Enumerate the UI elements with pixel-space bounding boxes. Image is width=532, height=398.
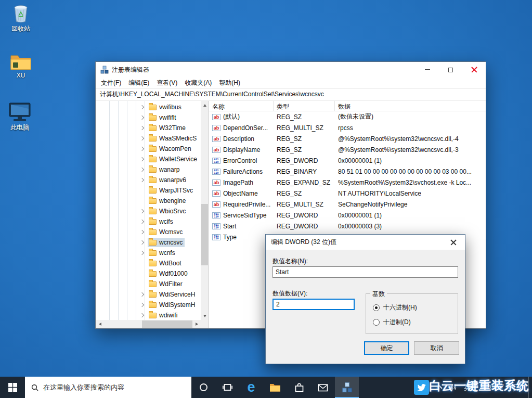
vertical-scroll-thumb[interactable] bbox=[201, 204, 208, 265]
list-row[interactable]: abRequiredPrivile...REG_MULTI_SZSeChange… bbox=[209, 199, 486, 210]
tree-item[interactable]: Wcmsvc bbox=[96, 227, 201, 237]
edge-button[interactable]: e bbox=[239, 377, 263, 398]
tree-node[interactable]: wdiwifi bbox=[148, 311, 179, 320]
menu-item[interactable]: 编辑(E) bbox=[125, 78, 153, 88]
tree-item[interactable]: wanarpv6 bbox=[96, 175, 201, 185]
tree-node[interactable]: WarpJITSvc bbox=[148, 186, 195, 195]
tree-item[interactable]: WalletService bbox=[96, 154, 201, 164]
menu-item[interactable]: 查看(V) bbox=[153, 78, 181, 88]
desktop-icon-this-pc[interactable]: 此电脑 bbox=[3, 102, 36, 131]
chevron-right-icon[interactable] bbox=[140, 105, 144, 109]
tree-item[interactable]: wbengine bbox=[96, 196, 201, 206]
chevron-right-icon[interactable] bbox=[140, 157, 144, 161]
column-header[interactable]: 数据 bbox=[335, 101, 486, 111]
tree-item[interactable]: W32Time bbox=[96, 123, 201, 133]
tree-node[interactable]: wcnfs bbox=[148, 248, 177, 258]
tree-node[interactable]: vwifibus bbox=[148, 102, 184, 112]
list-row[interactable]: ab(默认)REG_SZ(数值未设置) bbox=[209, 111, 486, 122]
tree-item[interactable]: wanarp bbox=[96, 164, 201, 175]
maximize-button[interactable] bbox=[439, 62, 462, 78]
ok-button[interactable]: 确定 bbox=[364, 341, 409, 355]
chevron-right-icon[interactable] bbox=[140, 126, 144, 130]
list-row[interactable]: abObjectNameREG_SZNT AUTHORITY\LocalServ… bbox=[209, 188, 486, 199]
tree-item[interactable]: WbioSrvc bbox=[96, 206, 201, 216]
tree-node[interactable]: WdBoot bbox=[148, 259, 184, 268]
store-button[interactable] bbox=[287, 377, 311, 398]
tree-node[interactable]: WdiServiceH bbox=[148, 290, 197, 299]
tree-node[interactable]: WbioSrvc bbox=[148, 207, 188, 216]
taskbar-search[interactable]: 在这里输入你要搜索的内容 bbox=[25, 377, 191, 398]
value-name-input[interactable] bbox=[273, 266, 458, 278]
desktop-icon-xu-folder[interactable]: XU bbox=[4, 53, 37, 79]
tree-item[interactable]: vwififlt bbox=[96, 112, 201, 123]
column-header[interactable]: 名称 bbox=[209, 101, 274, 111]
list-row[interactable]: 011 110StartREG_DWORD0x00000003 (3) bbox=[209, 221, 486, 232]
mail-button[interactable] bbox=[311, 377, 335, 398]
chevron-right-icon[interactable] bbox=[140, 292, 144, 297]
tree-horizontal-scrollbar[interactable] bbox=[96, 320, 201, 328]
list-row[interactable]: abDependOnSer...REG_MULTI_SZrpcss bbox=[209, 122, 486, 133]
chevron-right-icon[interactable] bbox=[140, 313, 144, 317]
chevron-right-icon[interactable] bbox=[140, 240, 144, 245]
tree-item[interactable]: wcifs bbox=[96, 216, 201, 227]
chevron-right-icon[interactable] bbox=[140, 303, 144, 307]
action-center-icon[interactable] bbox=[513, 383, 522, 392]
chevron-right-icon[interactable] bbox=[140, 115, 144, 120]
tree-item[interactable]: vwifibus bbox=[96, 102, 201, 112]
dialog-close-button[interactable] bbox=[442, 235, 465, 250]
column-header[interactable]: 类型 bbox=[274, 101, 335, 111]
list-row[interactable]: abDescriptionREG_SZ@%SystemRoot%\system3… bbox=[209, 133, 486, 144]
tree-node[interactable]: WacomPen bbox=[148, 144, 193, 153]
cortana-button[interactable] bbox=[191, 377, 215, 398]
tree-item[interactable]: WaaSMedicS bbox=[96, 133, 201, 144]
chevron-right-icon[interactable] bbox=[140, 209, 144, 213]
address-bar[interactable]: 计算机\HKEY_LOCAL_MACHINE\SYSTEM\CurrentCon… bbox=[96, 88, 486, 100]
bird-app-button[interactable] bbox=[409, 377, 433, 398]
tree-node[interactable]: Wdf01000 bbox=[148, 269, 190, 278]
list-row[interactable]: abDisplayNameREG_SZ@%SystemRoot%\system3… bbox=[209, 144, 486, 155]
tree-item[interactable]: Wdf01000 bbox=[96, 268, 201, 279]
tree-item[interactable]: WdFilter bbox=[96, 279, 201, 289]
tree-item[interactable]: wcncsvc bbox=[96, 237, 201, 248]
cancel-button[interactable]: 取消 bbox=[414, 341, 459, 355]
hidden-icons-chevron[interactable] bbox=[437, 385, 443, 391]
file-explorer-button[interactable] bbox=[263, 377, 287, 398]
task-view-button[interactable] bbox=[215, 377, 239, 398]
list-row[interactable]: abImagePathREG_EXPAND_SZ%SystemRoot%\Sys… bbox=[209, 177, 486, 188]
menu-item[interactable]: 帮助(H) bbox=[215, 78, 244, 88]
scroll-left-button[interactable] bbox=[96, 320, 104, 328]
menu-item[interactable]: 收藏夹(A) bbox=[181, 78, 215, 88]
tree-vertical-scrollbar[interactable] bbox=[201, 101, 209, 320]
chevron-right-icon[interactable] bbox=[140, 147, 144, 151]
tree-node[interactable]: WdiSystemH bbox=[148, 300, 197, 310]
tree-node[interactable]: vwififlt bbox=[148, 113, 178, 122]
close-button[interactable] bbox=[462, 62, 486, 78]
tree-node[interactable]: WalletService bbox=[148, 155, 199, 164]
tree-node[interactable]: W32Time bbox=[148, 123, 188, 133]
list-row[interactable]: 011 110ServiceSidTypeREG_DWORD0x00000001… bbox=[209, 210, 486, 221]
tree-node[interactable]: Wcmsvc bbox=[148, 227, 185, 237]
chevron-right-icon[interactable] bbox=[140, 220, 144, 224]
scroll-down-button[interactable] bbox=[201, 312, 209, 320]
tree-node[interactable]: wanarpv6 bbox=[148, 175, 188, 185]
list-row[interactable]: 011 110FailureActionsREG_BINARY80 51 01 … bbox=[209, 166, 486, 177]
taskbar-clock[interactable]: 2020/8/7 bbox=[477, 377, 506, 398]
tree-item[interactable]: wcnfs bbox=[96, 248, 201, 258]
chevron-right-icon[interactable] bbox=[140, 178, 144, 182]
tree-node[interactable]: wcncsvc bbox=[148, 238, 185, 247]
show-desktop-button[interactable] bbox=[528, 377, 531, 398]
chevron-right-icon[interactable] bbox=[140, 251, 144, 255]
input-language-indicator[interactable]: 英 bbox=[464, 383, 471, 392]
horizontal-scroll-thumb[interactable] bbox=[142, 320, 192, 328]
registry-editor-taskbar-button[interactable] bbox=[335, 377, 359, 398]
desktop-icon-recycle-bin[interactable]: 回收站 bbox=[4, 3, 37, 32]
tree-item[interactable]: WdBoot bbox=[96, 258, 201, 268]
title-bar[interactable]: 注册表编辑器 bbox=[96, 62, 486, 78]
tree-item[interactable]: WdiSystemH bbox=[96, 300, 201, 310]
tree-item[interactable]: WarpJITSvc bbox=[96, 185, 201, 196]
dialog-title-bar[interactable]: 编辑 DWORD (32 位)值 bbox=[266, 235, 465, 250]
radio-hexadecimal[interactable]: 十六进制(H) bbox=[373, 303, 417, 312]
scroll-up-button[interactable] bbox=[201, 101, 209, 109]
tree-node[interactable]: wanarp bbox=[148, 165, 181, 174]
tree-item[interactable]: WacomPen bbox=[96, 144, 201, 154]
